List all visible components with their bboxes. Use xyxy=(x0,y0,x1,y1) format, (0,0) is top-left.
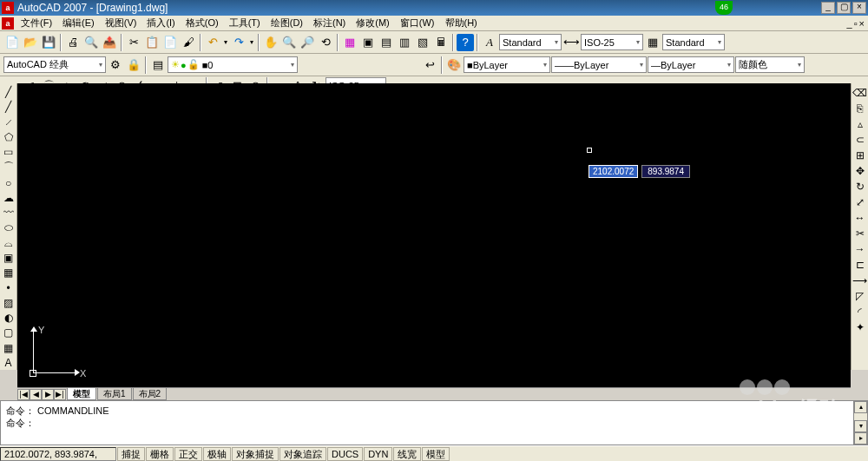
rotate-icon[interactable]: ↻ xyxy=(852,179,867,194)
minimize-button[interactable]: _ xyxy=(821,2,835,14)
ducs-button[interactable]: DUCS xyxy=(327,447,363,461)
menu-draw[interactable]: 绘图(D) xyxy=(266,16,308,30)
xline-icon[interactable]: ╱ xyxy=(1,100,16,114)
doc-close-button[interactable]: × xyxy=(859,18,865,29)
match-icon[interactable]: 🖌 xyxy=(180,34,197,51)
close-button[interactable]: × xyxy=(852,2,866,14)
coordinate-display[interactable]: 2102.0072, 893.9874, 0.0000 xyxy=(0,447,116,461)
zoom-realtime-icon[interactable]: 🔍 xyxy=(280,34,298,51)
layer-props-icon[interactable]: ▤ xyxy=(149,56,167,74)
sheetset-icon[interactable]: ▥ xyxy=(396,34,413,51)
extend-icon[interactable]: → xyxy=(852,241,867,256)
menu-insert[interactable]: 插入(I) xyxy=(141,16,180,30)
spline-icon[interactable]: 〰 xyxy=(1,206,16,220)
snap-button[interactable]: 捕捉 xyxy=(117,447,145,461)
mirror-icon[interactable]: ▵ xyxy=(852,116,867,131)
stretch-icon[interactable]: ↔ xyxy=(852,210,867,225)
redo-icon[interactable]: ↷ xyxy=(230,34,247,51)
ortho-button[interactable]: 正交 xyxy=(174,447,202,461)
zoom-window-icon[interactable]: 🔎 xyxy=(299,34,316,51)
break-icon[interactable]: ⊏ xyxy=(852,257,867,272)
menu-tools[interactable]: 工具(T) xyxy=(224,16,266,30)
markup-icon[interactable]: ▧ xyxy=(414,34,431,51)
copy-icon[interactable]: 📋 xyxy=(143,34,161,51)
layer-combo[interactable]: ☀●🔓■ 0▾ xyxy=(168,56,298,73)
offset-icon[interactable]: ⊂ xyxy=(852,132,867,147)
fillet-icon[interactable]: ◜ xyxy=(852,304,867,319)
textstyle-icon[interactable]: A xyxy=(481,34,498,51)
array-icon[interactable]: ⊞ xyxy=(852,148,867,162)
lock-ui-icon[interactable]: 🔒 xyxy=(125,56,142,74)
undo-dropdown[interactable]: ▾ xyxy=(222,34,229,51)
explode-icon[interactable]: ✦ xyxy=(852,319,867,334)
new-icon[interactable]: 📄 xyxy=(3,34,21,51)
arc-icon[interactable]: ⌒ xyxy=(1,160,16,175)
otrack-button[interactable]: 对象追踪 xyxy=(279,447,326,461)
dynamic-input-x[interactable]: 2102.0072 xyxy=(589,165,638,178)
rectangle-icon[interactable]: ▭ xyxy=(1,145,16,159)
layer-prev-icon[interactable]: ↩ xyxy=(421,56,438,74)
color-icon[interactable]: 🎨 xyxy=(445,56,463,74)
scroll-right-icon[interactable]: ▸ xyxy=(854,432,867,445)
zoom-prev-icon[interactable]: ⟲ xyxy=(317,34,334,51)
move-icon[interactable]: ✥ xyxy=(852,163,867,178)
block-icon[interactable]: ▦ xyxy=(1,266,16,280)
linetype-combo[interactable]: —— ByLayer▾ xyxy=(551,56,647,73)
polar-button[interactable]: 极轴 xyxy=(203,447,231,461)
region-icon[interactable]: ▢ xyxy=(1,326,16,339)
doc-restore-button[interactable]: ▫ xyxy=(854,18,858,29)
erase-icon[interactable]: ⌫ xyxy=(852,85,867,100)
revcloud-icon[interactable]: ☁ xyxy=(1,191,16,205)
tab-prev[interactable]: ◀ xyxy=(30,389,42,400)
join-icon[interactable]: ⟶ xyxy=(852,273,867,287)
ellipsearc-icon[interactable]: ⌓ xyxy=(1,236,16,250)
designcenter-icon[interactable]: ▣ xyxy=(359,34,377,51)
paste-icon[interactable]: 📄 xyxy=(161,34,179,51)
polygon-icon[interactable]: ⬠ xyxy=(1,130,16,144)
toolpalette-icon[interactable]: ▤ xyxy=(378,34,395,51)
table-style-combo[interactable]: Standard▾ xyxy=(662,34,725,50)
dyn-button[interactable]: DYN xyxy=(364,447,392,461)
menu-file[interactable]: 文件(F) xyxy=(16,16,57,30)
maximize-button[interactable]: ▢ xyxy=(837,2,851,14)
menu-format[interactable]: 格式(O) xyxy=(181,16,224,30)
doc-minimize-button[interactable]: _ xyxy=(847,18,852,29)
dimstyle-icon[interactable]: ⟷ xyxy=(562,34,580,51)
circle-icon[interactable]: ○ xyxy=(1,175,16,189)
menu-view[interactable]: 视图(V) xyxy=(100,16,142,30)
point-icon[interactable]: • xyxy=(1,280,16,294)
menu-dimension[interactable]: 标注(N) xyxy=(308,16,351,30)
model-button[interactable]: 模型 xyxy=(422,447,450,461)
menu-modify[interactable]: 修改(M) xyxy=(351,16,395,30)
print-icon[interactable]: 🖨 xyxy=(64,34,82,51)
tab-first[interactable]: |◀ xyxy=(17,389,30,400)
scroll-up-icon[interactable]: ▴ xyxy=(854,401,867,413)
save-icon[interactable]: 💾 xyxy=(40,34,57,51)
chamfer-icon[interactable]: ◸ xyxy=(852,288,867,303)
pan-icon[interactable]: ✋ xyxy=(262,34,279,51)
tab-model[interactable]: 模型 xyxy=(67,388,96,400)
scroll-down-icon[interactable]: ▾ xyxy=(854,420,867,432)
tablestyle-icon[interactable]: ▦ xyxy=(644,34,661,51)
copy-obj-icon[interactable]: ⎘ xyxy=(852,101,867,115)
tab-last[interactable]: ▶| xyxy=(54,389,66,400)
tab-next[interactable]: ▶ xyxy=(42,389,54,400)
tab-layout1[interactable]: 布局1 xyxy=(97,388,132,400)
text-style-combo[interactable]: Standard▾ xyxy=(499,34,562,50)
table-icon[interactable]: ▦ xyxy=(1,341,16,355)
plotstyle-combo[interactable]: 随颜色▾ xyxy=(735,56,805,73)
color-combo[interactable]: ■ ByLayer▾ xyxy=(464,56,550,73)
osnap-button[interactable]: 对象捕捉 xyxy=(232,447,279,461)
lineweight-combo[interactable]: — ByLayer▾ xyxy=(648,56,734,73)
mtext-icon[interactable]: A xyxy=(1,356,16,370)
workspace-combo[interactable]: AutoCAD 经典▾ xyxy=(3,56,106,73)
properties-icon[interactable]: ▦ xyxy=(341,34,358,51)
lwt-button[interactable]: 线宽 xyxy=(393,447,421,461)
help-icon[interactable]: ? xyxy=(457,34,474,51)
notification-badge[interactable]: 46 xyxy=(715,1,733,15)
menu-edit[interactable]: 编辑(E) xyxy=(57,16,100,30)
open-icon[interactable]: 📂 xyxy=(22,34,39,51)
hatch-icon[interactable]: ▨ xyxy=(1,296,16,310)
workspace-settings-icon[interactable]: ⚙ xyxy=(107,56,124,74)
menu-window[interactable]: 窗口(W) xyxy=(395,16,440,30)
